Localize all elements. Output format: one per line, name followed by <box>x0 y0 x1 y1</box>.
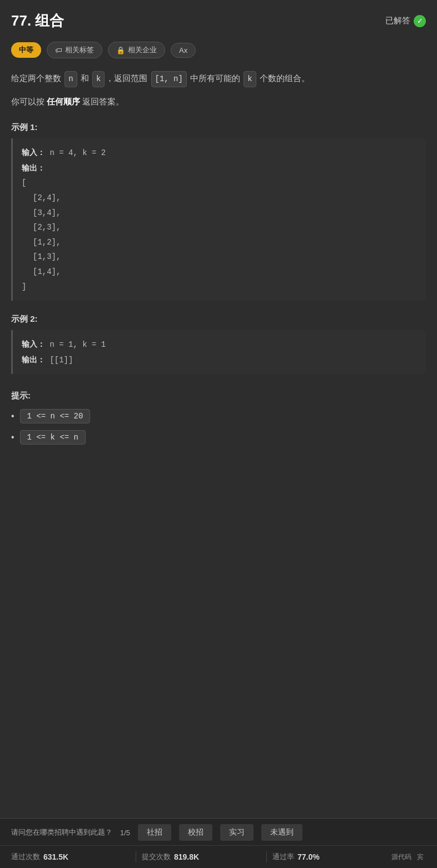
stat-submit-label: 提交次数 <box>142 852 171 862</box>
bullet-1: • <box>11 411 14 421</box>
tags-row: 中等 🏷 相关标签 🔒 相关企业 Ax <box>11 42 426 58</box>
example1-output-close: ] <box>22 280 417 295</box>
solved-icon: ✓ <box>414 15 426 27</box>
difficulty-tag[interactable]: 中等 <box>11 42 41 58</box>
related-tags-label: 相关标签 <box>65 45 94 55</box>
example1-output-label: 输出： <box>22 161 417 176</box>
example1-line5: [1,3], <box>22 250 417 265</box>
recruitment-label: 请问您在哪类招聘中遇到此题？ <box>11 827 112 837</box>
recruit-btn-not-seen[interactable]: 未遇到 <box>261 824 302 841</box>
example1-line3: [2,3], <box>22 220 417 235</box>
stat-pass-label: 通过次数 <box>11 852 40 862</box>
page-title: 77. 组合 <box>11 11 64 31</box>
example2-title: 示例 2: <box>11 314 426 325</box>
bottom-bar: 请问您在哪类招聘中遇到此题？ 1/5 社招 校招 实习 未遇到 通过次数 631… <box>0 818 437 868</box>
code-k2: k <box>244 71 256 87</box>
example1-input-label: 输入： <box>22 148 45 157</box>
page-container: 77. 组合 已解答 ✓ 中等 🏷 相关标签 🔒 相关企业 Ax 给定两个整数 … <box>0 0 437 496</box>
bullet-2: • <box>11 432 14 442</box>
example2-input-value: n = 1, k = 1 <box>49 340 106 349</box>
source-bin-link[interactable]: 宾 <box>417 852 424 862</box>
code-k: k <box>92 71 105 87</box>
stat-submit-count: 提交次数 819.8K <box>142 852 261 862</box>
stats-row: 通过次数 631.5K 提交次数 819.8K 通过率 77.0% 源代码 宾 <box>0 846 437 868</box>
hint-item-1: • 1 <= n <= 20 <box>11 409 426 423</box>
related-tags-btn[interactable]: 🏷 相关标签 <box>47 42 102 58</box>
lock-icon: 🔒 <box>116 46 125 54</box>
code-n: n <box>64 71 77 87</box>
difficulty-label: 中等 <box>19 45 33 55</box>
hints-title: 提示: <box>11 391 426 401</box>
stat-pass-count: 通过次数 631.5K <box>11 852 130 862</box>
example1-line1: [2,4], <box>22 191 417 206</box>
header: 77. 组合 已解答 ✓ <box>11 11 426 31</box>
recruit-btn-shezhai[interactable]: 社招 <box>138 824 171 841</box>
example1-line6: [1,4], <box>22 265 417 280</box>
hint-code-2: 1 <= k <= n <box>20 430 86 445</box>
bold-any-order: 任何顺序 <box>47 97 80 106</box>
solved-badge: 已解答 ✓ <box>385 15 426 27</box>
example1-output-label-text: 输出： <box>22 163 45 172</box>
stat-pass-rate: 通过率 77.0% <box>272 852 391 862</box>
source-links: 源代码 宾 <box>391 852 426 862</box>
example2-input-line: 输入： n = 1, k = 1 <box>22 337 417 352</box>
stat-submit-value: 819.8K <box>174 852 199 861</box>
stat-divider-2 <box>266 851 267 862</box>
stat-pass-value: 631.5K <box>43 852 68 861</box>
recruit-btn-shixi[interactable]: 实习 <box>220 824 254 841</box>
lang-btn[interactable]: Ax <box>171 43 196 58</box>
example1-block: 输入： n = 4, k = 2 输出： [ [2,4], [3,4], [2,… <box>11 138 426 301</box>
tag-icon: 🏷 <box>55 46 62 54</box>
example2-output-line: 输出： [[1]] <box>22 352 417 368</box>
example2-output-value: [[1]] <box>49 356 73 365</box>
related-company-btn[interactable]: 🔒 相关企业 <box>108 42 165 58</box>
related-company-label: 相关企业 <box>128 45 157 55</box>
stat-divider-1 <box>136 851 136 862</box>
example1-line4: [1,2], <box>22 235 417 250</box>
example1-title: 示例 1: <box>11 122 426 133</box>
example2-output-label-text: 输出： <box>22 355 45 364</box>
example1-line2: [3,4], <box>22 206 417 221</box>
example2-input-label: 输入： <box>22 340 45 348</box>
code-range: [1, n] <box>151 71 187 87</box>
stat-rate-label: 通过率 <box>272 852 294 862</box>
example2-block: 输入： n = 1, k = 1 输出： [[1]] <box>11 330 426 374</box>
recruitment-row: 请问您在哪类招聘中遇到此题？ 1/5 社招 校招 实习 未遇到 <box>0 819 437 846</box>
recruit-btn-xiaozhai[interactable]: 校招 <box>179 824 212 841</box>
recruitment-counter: 1/5 <box>120 829 130 837</box>
stat-rate-value: 77.0% <box>297 852 320 861</box>
solved-label: 已解答 <box>385 16 410 26</box>
description-line2: 你可以按 任何顺序 返回答案。 <box>11 94 426 109</box>
description-line1: 给定两个整数 n 和 k，返回范围 [1, n] 中所有可能的 k 个数的组合。 <box>11 71 426 87</box>
example1-input-line: 输入： n = 4, k = 2 <box>22 145 417 161</box>
hint-item-2: • 1 <= k <= n <box>11 430 426 445</box>
lang-label: Ax <box>179 46 187 54</box>
hint-code-1: 1 <= n <= 20 <box>20 409 91 423</box>
source-code-link[interactable]: 源代码 <box>391 852 411 862</box>
example1-input-value: n = 4, k = 2 <box>49 148 106 157</box>
example1-output-open: [ <box>22 176 417 191</box>
